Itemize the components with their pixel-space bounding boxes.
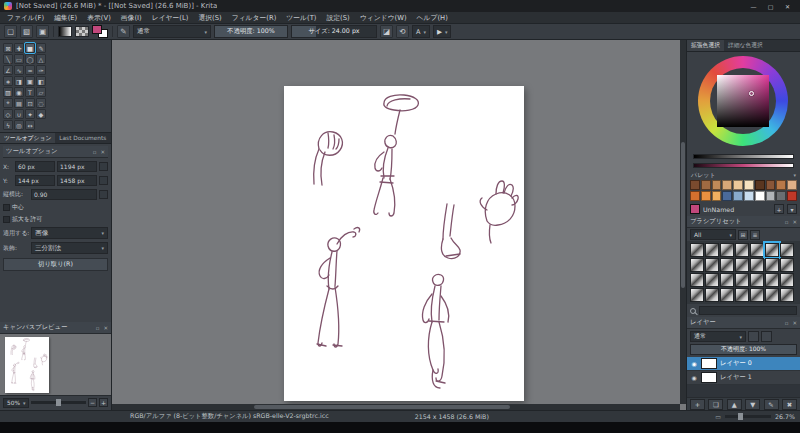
visibility-icon[interactable]: ◉ bbox=[690, 374, 698, 381]
brush-preset[interactable] bbox=[735, 273, 749, 287]
brush-preset[interactable] bbox=[690, 243, 704, 257]
tool-assistants[interactable]: ⌖ bbox=[3, 98, 13, 108]
palette-swatch[interactable] bbox=[712, 191, 722, 201]
palette-swatch[interactable] bbox=[701, 191, 711, 201]
tool-rectangle[interactable]: ▭ bbox=[14, 54, 24, 64]
palette-swatch[interactable] bbox=[733, 191, 743, 201]
menu-item[interactable]: レイヤー(L) bbox=[147, 12, 194, 23]
close-docker-icon[interactable]: ✕ bbox=[792, 219, 797, 225]
float-docker-icon[interactable]: ▫ bbox=[93, 149, 97, 155]
overview-zoom-slider[interactable] bbox=[31, 401, 86, 404]
shade-strip[interactable] bbox=[693, 163, 794, 168]
menu-item[interactable]: 選択(S) bbox=[193, 12, 226, 23]
brush-preset[interactable] bbox=[720, 258, 734, 272]
tool-similar-color-select[interactable]: ✦ bbox=[25, 109, 35, 119]
palette-swatch[interactable] bbox=[690, 180, 700, 190]
scrollbar-thumb[interactable] bbox=[681, 142, 685, 288]
selection-icon[interactable]: ▭ bbox=[715, 413, 721, 420]
tool-text[interactable]: T bbox=[25, 87, 35, 97]
float-docker-icon[interactable]: ▫ bbox=[96, 325, 100, 331]
tool-zoom[interactable]: ◎ bbox=[14, 120, 24, 130]
tab-last-documents[interactable]: Last Documents bbox=[55, 133, 110, 143]
tool-option-dropdown[interactable]: ▶ ▾ bbox=[433, 25, 452, 38]
tab-tool-options[interactable]: ツールオプション bbox=[0, 133, 55, 143]
brush-search-input[interactable] bbox=[699, 306, 797, 315]
palette-swatch[interactable] bbox=[701, 180, 711, 190]
visibility-icon[interactable]: ◉ bbox=[690, 360, 698, 367]
tool-freehand-select[interactable]: ∪ bbox=[14, 109, 24, 119]
tool-measure[interactable]: ▱ bbox=[36, 87, 46, 97]
grid-view-icon[interactable]: ⊞ bbox=[738, 230, 748, 240]
applies-to-dropdown[interactable]: 画像 ▾ bbox=[31, 227, 108, 239]
tool-polygon[interactable]: △ bbox=[36, 54, 46, 64]
gradient-chooser[interactable] bbox=[58, 26, 72, 37]
brush-preset[interactable] bbox=[750, 258, 764, 272]
brush-preset[interactable] bbox=[690, 273, 704, 287]
layer-button-duplicate[interactable]: ❏ bbox=[708, 399, 723, 410]
chevron-down-icon[interactable]: ▾ bbox=[793, 172, 796, 178]
palette-swatch[interactable] bbox=[787, 191, 797, 201]
brush-preset[interactable] bbox=[705, 258, 719, 272]
brush-editor-toggle[interactable]: ✎ bbox=[117, 25, 130, 38]
float-docker-icon[interactable]: ▫ bbox=[785, 320, 789, 326]
workspace-dropdown[interactable]: A ▾ bbox=[412, 25, 430, 38]
brush-preset[interactable] bbox=[750, 288, 764, 302]
palette-swatch[interactable] bbox=[766, 180, 776, 190]
menu-item[interactable]: ファイル(F) bbox=[2, 12, 49, 23]
brush-preset[interactable] bbox=[780, 273, 794, 287]
layer-button-delete[interactable]: ✖ bbox=[782, 399, 797, 410]
crop-apply-button[interactable]: 切り取り(R) bbox=[3, 258, 108, 271]
current-color-swatch[interactable] bbox=[690, 204, 700, 214]
tool-fill[interactable]: ◨ bbox=[14, 76, 24, 86]
tool-gradient[interactable]: ◧ bbox=[36, 76, 46, 86]
zoom-out-button[interactable]: − bbox=[88, 398, 97, 407]
tool-bezier-select[interactable]: ◆ bbox=[36, 109, 46, 119]
opacity-slider[interactable]: 不透明度: 100% bbox=[214, 25, 288, 38]
slider-thumb[interactable] bbox=[738, 413, 743, 420]
tool-polyline[interactable]: ∠ bbox=[3, 65, 13, 75]
tool-color-picker[interactable]: ◉ bbox=[14, 87, 24, 97]
tool-enclose-fill[interactable]: ▣ bbox=[25, 76, 35, 86]
tool-transform[interactable]: ⊠ bbox=[3, 43, 13, 53]
canvas-page[interactable] bbox=[284, 86, 524, 401]
layer-button-add[interactable]: + bbox=[690, 399, 705, 410]
filter-layers-icon[interactable] bbox=[748, 331, 759, 342]
brush-preset[interactable] bbox=[735, 258, 749, 272]
menu-item[interactable]: 表示(V) bbox=[82, 12, 116, 23]
layer-options-icon[interactable] bbox=[761, 331, 772, 342]
layer-button-move-up[interactable]: ▲ bbox=[727, 399, 742, 410]
tab-specific-color-selector[interactable]: 詳細な色選択 bbox=[724, 40, 767, 51]
layer-list-empty-area[interactable] bbox=[687, 385, 800, 397]
layer-row-レイヤー-0[interactable]: ◉ レイヤー 0 bbox=[687, 357, 800, 371]
layer-button-move-down[interactable]: ▼ bbox=[745, 399, 760, 410]
overview-thumbnail[interactable] bbox=[0, 334, 111, 396]
tool-line[interactable]: ╲ bbox=[3, 54, 13, 64]
tool-multibrush[interactable]: ∗ bbox=[3, 76, 13, 86]
menu-item[interactable]: 画像(I) bbox=[116, 12, 147, 23]
palette-swatch[interactable] bbox=[776, 180, 786, 190]
tool-polygonal-select[interactable]: ◇ bbox=[3, 109, 13, 119]
new-document-button[interactable]: ▢ bbox=[4, 25, 17, 38]
menu-item[interactable]: ツール(T) bbox=[281, 12, 321, 23]
brush-preset[interactable] bbox=[780, 288, 794, 302]
layer-button-properties[interactable]: ✎ bbox=[764, 399, 779, 410]
brush-preset[interactable] bbox=[780, 243, 794, 257]
lock-width-icon[interactable] bbox=[99, 162, 108, 171]
tool-dynamic-brush[interactable]: ✑ bbox=[36, 65, 46, 75]
brush-preset[interactable] bbox=[735, 288, 749, 302]
crop-height-input[interactable]: 1458 px bbox=[57, 175, 97, 186]
palette-swatch[interactable] bbox=[722, 191, 732, 201]
tool-freehand-brush[interactable]: ✎ bbox=[36, 43, 46, 53]
pattern-chooser[interactable] bbox=[75, 26, 89, 37]
open-document-button[interactable]: ▧ bbox=[20, 25, 33, 38]
brush-preset[interactable] bbox=[765, 273, 779, 287]
layer-row-レイヤー-1[interactable]: ◉ レイヤー 1 bbox=[687, 371, 800, 385]
float-docker-icon[interactable]: ▫ bbox=[785, 219, 789, 225]
tool-crop[interactable]: ▦ bbox=[25, 43, 35, 53]
zoom-in-button[interactable]: + bbox=[99, 398, 108, 407]
brush-preset[interactable] bbox=[780, 258, 794, 272]
tool-elliptical-select[interactable]: ◌ bbox=[36, 98, 46, 108]
overview-zoom-dropdown[interactable]: 50% ▾ bbox=[3, 398, 29, 408]
crop-y-input[interactable]: 144 px bbox=[15, 175, 55, 186]
maximize-button[interactable]: ▢ bbox=[762, 0, 779, 12]
